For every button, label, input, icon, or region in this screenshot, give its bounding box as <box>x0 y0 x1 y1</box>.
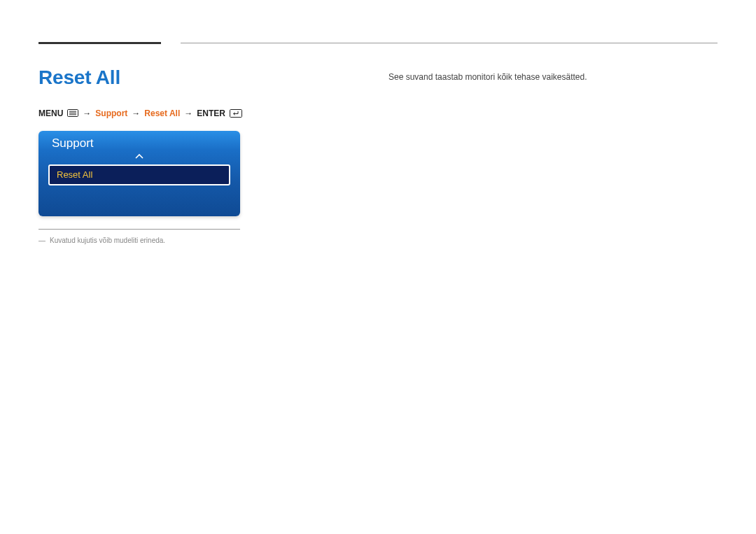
nav-menu-label: MENU <box>38 108 63 118</box>
top-divider <box>38 42 718 44</box>
top-divider-thin <box>181 43 718 43</box>
osd-panel-title: Support <box>46 136 232 150</box>
top-divider-thick <box>38 42 161 44</box>
footnote-divider <box>38 229 240 230</box>
footnote: ― Kuvatud kujutis võib mudeliti erineda. <box>38 237 360 244</box>
osd-selected-label: Reset All <box>57 169 92 180</box>
menu-icon <box>67 109 78 117</box>
osd-selected-item[interactable]: Reset All <box>48 164 230 185</box>
osd-panel: Support Reset All <box>38 131 240 216</box>
footnote-dash: ― <box>38 237 46 244</box>
enter-icon <box>230 109 242 118</box>
nav-arrow: → <box>132 108 140 118</box>
nav-arrow: → <box>184 108 192 118</box>
description-text: See suvand taastab monitori kõik tehase … <box>388 71 718 84</box>
footnote-text: Kuvatud kujutis võib mudeliti erineda. <box>50 237 165 244</box>
page-title: Reset All <box>38 66 360 89</box>
nav-reset-all: Reset All <box>144 108 180 118</box>
nav-arrow: → <box>83 108 91 118</box>
chevron-up-icon <box>46 152 232 161</box>
nav-support: Support <box>95 108 127 118</box>
nav-enter-label: ENTER <box>197 108 225 118</box>
breadcrumb: MENU → Support → Reset All → ENTER <box>38 108 360 118</box>
